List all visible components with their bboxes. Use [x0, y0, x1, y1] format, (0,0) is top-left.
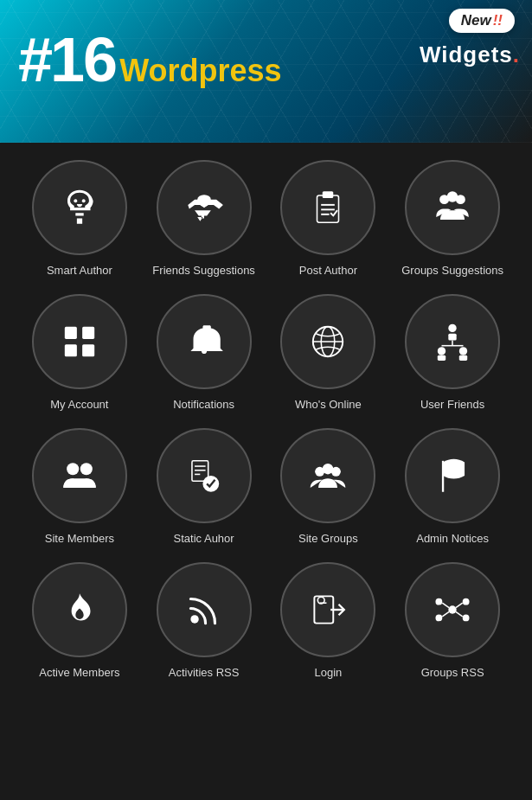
- clipboard-icon: [306, 186, 349, 229]
- svg-rect-12: [82, 327, 94, 339]
- svg-line-49: [456, 603, 463, 607]
- widget-notifications[interactable]: Notifications: [146, 294, 262, 413]
- admin-notices-label: Admin Notices: [416, 532, 489, 547]
- svg-line-51: [456, 611, 463, 616]
- activities-rss-label: Activities RSS: [169, 666, 240, 681]
- friends-suggestions-circle[interactable]: [157, 160, 252, 255]
- widget-friends-suggestions[interactable]: Friends Suggestions: [146, 160, 262, 278]
- svg-point-23: [438, 347, 445, 355]
- svg-point-46: [436, 614, 443, 621]
- site-groups-label: Site Groups: [298, 532, 358, 547]
- new-badge-text: New: [461, 12, 491, 29]
- post-author-label: Post Author: [299, 264, 357, 278]
- notifications-circle[interactable]: [157, 294, 252, 389]
- login-icon: [306, 588, 349, 631]
- widget-site-groups[interactable]: Site Groups: [271, 428, 387, 547]
- widget-active-members[interactable]: Active Members: [22, 562, 138, 681]
- widget-groups-suggestions[interactable]: Groups Suggestions: [394, 160, 510, 278]
- svg-point-1: [82, 199, 86, 202]
- admin-notices-circle[interactable]: [405, 428, 500, 523]
- svg-point-18: [448, 324, 456, 332]
- svg-rect-24: [438, 355, 445, 361]
- widget-activities-rss[interactable]: Activities RSS: [146, 562, 262, 681]
- widget-static-author[interactable]: Static Auhor: [146, 428, 262, 547]
- svg-point-38: [190, 615, 198, 623]
- widgets-grid: Smart Author Friends Suggestions P: [0, 143, 532, 698]
- brain-icon: [58, 186, 101, 229]
- groups-suggestions-label: Groups Suggestions: [401, 264, 503, 278]
- groups-rss-circle[interactable]: [405, 562, 500, 657]
- network-icon: [431, 588, 474, 631]
- svg-rect-26: [459, 355, 467, 361]
- svg-rect-14: [82, 344, 94, 356]
- hierarchy-icon: [431, 320, 474, 363]
- static-author-circle[interactable]: [157, 428, 252, 523]
- site-groups-circle[interactable]: [280, 428, 375, 523]
- header: New !! Widgets. #16 Wordpress: [0, 0, 532, 143]
- active-members-circle[interactable]: [32, 562, 127, 657]
- members-icon: [58, 454, 101, 497]
- document-check-icon: [183, 454, 226, 497]
- widget-admin-notices[interactable]: Admin Notices: [394, 428, 510, 547]
- flag-icon: [431, 454, 474, 497]
- my-account-label: My Account: [50, 398, 108, 413]
- handshake-icon: [183, 186, 226, 229]
- static-author-label: Static Auhor: [174, 532, 234, 547]
- svg-point-2: [197, 195, 211, 204]
- globe-icon: [306, 320, 349, 363]
- wordpress-text: Wordpress: [119, 53, 281, 89]
- new-badge: New !!: [449, 9, 515, 33]
- post-author-circle[interactable]: [280, 160, 375, 255]
- fire-icon: [58, 588, 101, 631]
- widget-site-members[interactable]: Site Members: [22, 428, 138, 547]
- svg-point-36: [331, 467, 341, 477]
- login-circle[interactable]: [280, 562, 375, 657]
- rss-icon: [183, 588, 226, 631]
- site-members-label: Site Members: [45, 532, 114, 547]
- widget-groups-rss[interactable]: Groups RSS: [394, 562, 510, 681]
- login-label: Login: [314, 666, 342, 681]
- dashboard-icon: [58, 320, 101, 363]
- widget-my-account[interactable]: My Account: [22, 294, 138, 413]
- svg-point-45: [463, 598, 470, 605]
- widget-whos-online[interactable]: Who's Online: [271, 294, 387, 413]
- svg-line-48: [442, 603, 449, 607]
- site-groups-icon: [306, 454, 349, 497]
- widget-login[interactable]: Login: [271, 562, 387, 681]
- smart-author-circle[interactable]: [32, 160, 127, 255]
- user-friends-label: User Friends: [420, 398, 484, 413]
- svg-point-10: [447, 191, 458, 202]
- svg-point-44: [436, 598, 443, 605]
- whos-online-circle[interactable]: [280, 294, 375, 389]
- widget-post-author[interactable]: Post Author: [271, 160, 387, 278]
- user-friends-circle[interactable]: [405, 294, 500, 389]
- groups-suggestions-circle[interactable]: [405, 160, 500, 255]
- widget-smart-author[interactable]: Smart Author: [22, 160, 138, 278]
- whos-online-label: Who's Online: [295, 398, 362, 413]
- svg-point-43: [448, 605, 456, 613]
- svg-rect-11: [65, 327, 77, 339]
- hash-number: #16: [17, 29, 116, 91]
- my-account-circle[interactable]: [32, 294, 127, 389]
- widgets-label: Widgets.: [420, 42, 520, 68]
- friends-suggestions-label: Friends Suggestions: [152, 264, 255, 278]
- widget-user-friends[interactable]: User Friends: [394, 294, 510, 413]
- svg-rect-19: [448, 334, 456, 341]
- svg-point-25: [459, 347, 467, 355]
- site-members-circle[interactable]: [32, 428, 127, 523]
- svg-rect-4: [323, 191, 334, 198]
- svg-point-28: [80, 463, 93, 475]
- active-members-label: Active Members: [39, 666, 119, 681]
- groups-rss-label: Groups RSS: [421, 666, 484, 681]
- notifications-label: Notifications: [173, 398, 234, 413]
- svg-point-47: [463, 614, 470, 621]
- groups-icon: [431, 186, 474, 229]
- svg-line-50: [442, 611, 449, 616]
- bell-icon: [183, 320, 226, 363]
- svg-point-27: [67, 463, 79, 475]
- activities-rss-circle[interactable]: [157, 562, 252, 657]
- svg-point-0: [74, 199, 77, 202]
- smart-author-label: Smart Author: [47, 264, 112, 278]
- svg-rect-13: [65, 344, 77, 356]
